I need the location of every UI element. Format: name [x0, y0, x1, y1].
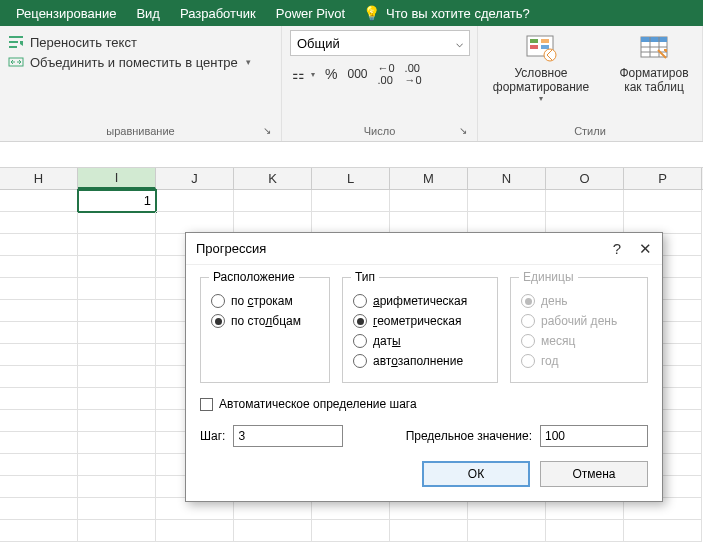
cell[interactable] [78, 454, 156, 476]
tab-developer[interactable]: Разработчик [170, 0, 266, 26]
cell[interactable] [78, 366, 156, 388]
col-header[interactable]: L [312, 168, 390, 189]
cell[interactable] [234, 212, 312, 234]
tell-me-search[interactable]: 💡 Что вы хотите сделать? [363, 5, 530, 21]
cell[interactable] [78, 498, 156, 520]
close-button[interactable]: ✕ [639, 240, 652, 258]
cell[interactable] [78, 322, 156, 344]
conditional-format-button[interactable]: Условное форматирование▾ [486, 34, 596, 103]
dialog-titlebar[interactable]: Прогрессия ? ✕ [186, 233, 662, 265]
svg-rect-9 [541, 45, 549, 49]
cell[interactable] [312, 212, 390, 234]
cell[interactable] [78, 432, 156, 454]
limit-input[interactable] [540, 425, 648, 447]
format-as-table-button[interactable]: Форматиров как таблиц [614, 34, 694, 94]
tab-view[interactable]: Вид [126, 0, 170, 26]
cell[interactable] [468, 212, 546, 234]
cell[interactable] [0, 366, 78, 388]
cell[interactable] [546, 212, 624, 234]
cell[interactable] [0, 322, 78, 344]
cell[interactable] [0, 278, 78, 300]
merge-center-button[interactable]: Объединить и поместить в центре ▾ [8, 54, 251, 70]
cancel-button[interactable]: Отмена [540, 461, 648, 487]
increase-decimal-button[interactable]: ←0.00 [377, 62, 394, 86]
cell[interactable] [390, 190, 468, 212]
radio-columns[interactable]: по столбцам [211, 314, 319, 328]
cell[interactable] [78, 300, 156, 322]
cell[interactable] [624, 190, 702, 212]
cell[interactable] [468, 520, 546, 542]
radio-dates[interactable]: даты [353, 334, 487, 348]
cell[interactable] [78, 476, 156, 498]
cell[interactable] [0, 454, 78, 476]
cell[interactable] [78, 278, 156, 300]
cell[interactable] [0, 234, 78, 256]
cell[interactable] [0, 498, 78, 520]
tab-review[interactable]: Рецензирование [6, 0, 126, 26]
svg-rect-2 [9, 46, 17, 48]
cell[interactable] [78, 344, 156, 366]
cell[interactable] [78, 388, 156, 410]
cell[interactable] [234, 190, 312, 212]
cell[interactable] [78, 410, 156, 432]
cell[interactable] [156, 212, 234, 234]
cell[interactable] [0, 190, 78, 212]
cell[interactable] [234, 520, 312, 542]
cell[interactable] [546, 190, 624, 212]
ok-button[interactable]: ОК [422, 461, 530, 487]
cell[interactable] [78, 212, 156, 234]
cell[interactable]: 1 [78, 190, 156, 212]
radio-autofill[interactable]: автозаполнение [353, 354, 487, 368]
table-icon [638, 34, 670, 62]
radio-arithmetic[interactable]: арифметическая [353, 294, 487, 308]
cell[interactable] [0, 432, 78, 454]
col-header[interactable]: H [0, 168, 78, 189]
cell[interactable] [0, 212, 78, 234]
cell[interactable] [0, 300, 78, 322]
cell[interactable] [78, 234, 156, 256]
number-format-combo[interactable]: Общий ⌵ [290, 30, 470, 56]
cell[interactable] [624, 520, 702, 542]
cell[interactable] [156, 190, 234, 212]
cell[interactable] [0, 410, 78, 432]
cell[interactable] [156, 520, 234, 542]
col-header[interactable]: K [234, 168, 312, 189]
cell[interactable] [546, 520, 624, 542]
cell[interactable] [0, 388, 78, 410]
radio-day: день [521, 294, 637, 308]
currency-button[interactable]: ⚏▾ [292, 66, 315, 82]
percent-button[interactable]: % [325, 66, 337, 82]
col-header[interactable]: I [78, 168, 156, 189]
col-header[interactable]: P [624, 168, 702, 189]
cell[interactable] [390, 520, 468, 542]
col-header[interactable]: M [390, 168, 468, 189]
number-launcher-icon[interactable]: ↘ [459, 125, 471, 137]
cell[interactable] [0, 256, 78, 278]
cell[interactable] [0, 344, 78, 366]
cell[interactable] [0, 476, 78, 498]
cell[interactable] [0, 520, 78, 542]
cell[interactable] [78, 256, 156, 278]
cell[interactable] [390, 212, 468, 234]
radio-geometric[interactable]: геометрическая [353, 314, 487, 328]
alignment-launcher-icon[interactable]: ↘ [263, 125, 275, 137]
col-header[interactable]: O [546, 168, 624, 189]
auto-step-checkbox[interactable]: Автоматическое определение шага [200, 397, 648, 411]
type-fieldset: Тип арифметическая геометрическая даты а… [342, 277, 498, 383]
decrease-decimal-button[interactable]: .00→0 [405, 62, 422, 86]
cell[interactable] [312, 520, 390, 542]
cell[interactable] [624, 212, 702, 234]
dialog-title: Прогрессия [196, 241, 266, 256]
merge-icon [8, 54, 24, 70]
col-header[interactable]: J [156, 168, 234, 189]
cell[interactable] [468, 190, 546, 212]
col-header[interactable]: N [468, 168, 546, 189]
wrap-text-button[interactable]: Переносить текст [8, 34, 251, 50]
radio-rows[interactable]: по строкам [211, 294, 319, 308]
help-button[interactable]: ? [613, 240, 621, 258]
step-input[interactable] [233, 425, 343, 447]
cell[interactable] [312, 190, 390, 212]
cell[interactable] [78, 520, 156, 542]
tab-powerpivot[interactable]: Power Pivot [266, 0, 355, 26]
comma-button[interactable]: 000 [347, 67, 367, 81]
